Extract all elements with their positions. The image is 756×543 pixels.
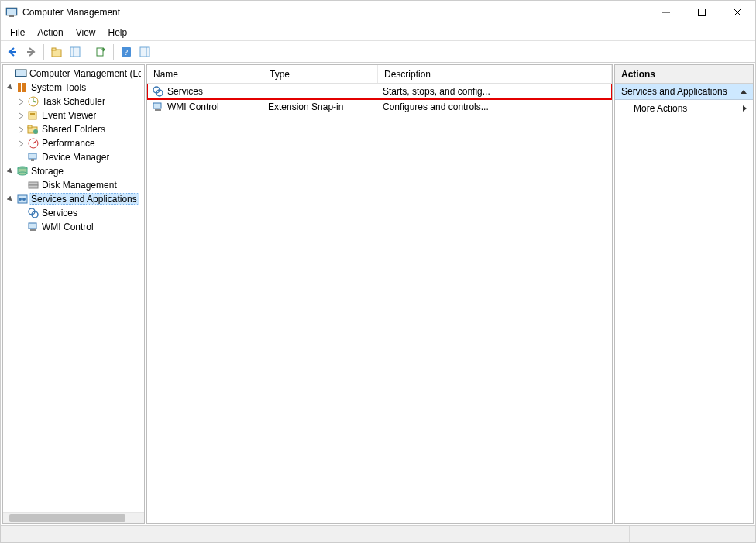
expander-expand-icon[interactable]: [15, 96, 26, 107]
menu-file[interactable]: File: [4, 26, 31, 40]
expander-icon[interactable]: [3, 68, 14, 79]
list-pane: Name Type Description Services Starts, s…: [146, 64, 613, 524]
maximize-button[interactable]: [684, 1, 720, 24]
performance-icon: [27, 137, 40, 149]
tree-label: Task Scheduler: [42, 96, 105, 107]
tree-node-task-scheduler[interactable]: Task Scheduler: [3, 95, 144, 108]
expander-collapse-icon[interactable]: [5, 82, 15, 93]
tree-label: Device Manager: [42, 152, 109, 163]
wmi-control-icon: [152, 101, 164, 113]
actions-group-header[interactable]: Services and Applications: [615, 84, 753, 100]
svg-rect-19: [22, 83, 26, 92]
window-title: Computer Management: [22, 7, 120, 18]
svg-rect-39: [29, 223, 36, 229]
column-header-name[interactable]: Name: [147, 65, 263, 83]
expander-blank: [15, 222, 26, 232]
svg-rect-33: [29, 185, 38, 188]
list-cell-type: Extension Snap-in: [263, 101, 378, 112]
expander-expand-icon[interactable]: [15, 138, 26, 149]
show-hide-tree-button[interactable]: [67, 43, 84, 60]
list-row-services[interactable]: Services Starts, stops, and config...: [147, 84, 612, 99]
export-list-button[interactable]: [92, 43, 109, 60]
main-area: Computer Management (Local) System Tools…: [1, 63, 755, 525]
list-cell-description: Starts, stops, and config...: [378, 86, 612, 97]
services-icon: [27, 207, 40, 219]
help-button[interactable]: ?: [118, 43, 135, 60]
menubar: File Action View Help: [1, 24, 755, 41]
show-hide-action-pane-button[interactable]: [136, 43, 153, 60]
tree-node-services-applications[interactable]: Services and Applications: [3, 192, 144, 206]
svg-rect-28: [31, 159, 34, 161]
app-icon: [5, 6, 18, 19]
minimize-button[interactable]: [648, 1, 684, 24]
statusbar: [1, 525, 755, 542]
svg-rect-2: [9, 15, 14, 17]
tree-node-system-tools[interactable]: System Tools: [3, 81, 144, 95]
expander-expand-icon[interactable]: [15, 124, 26, 135]
close-button[interactable]: [720, 1, 755, 24]
chevron-right-icon: [743, 105, 747, 112]
disk-management-icon: [27, 179, 40, 191]
tree-label: Services and Applications: [29, 193, 139, 205]
chevron-up-icon: [741, 90, 747, 94]
expander-collapse-icon[interactable]: [5, 194, 15, 204]
toolbar-separator: [88, 44, 88, 60]
actions-group-label: Services and Applications: [621, 86, 727, 97]
tree-label: Storage: [31, 166, 64, 177]
svg-text:?: ?: [125, 48, 129, 57]
menu-view[interactable]: View: [70, 26, 102, 40]
tree-label: WMI Control: [42, 222, 94, 232]
wmi-control-icon: [27, 221, 40, 233]
tree-label: Performance: [42, 138, 95, 149]
svg-rect-17: [16, 70, 26, 76]
menu-action[interactable]: Action: [31, 26, 69, 40]
status-segment: [630, 526, 755, 542]
tree-node-event-viewer[interactable]: Event Viewer: [3, 108, 144, 122]
expander-expand-icon[interactable]: [15, 110, 26, 121]
tree-label: Disk Management: [42, 180, 117, 191]
expander-collapse-icon[interactable]: [5, 166, 15, 177]
tree-node-device-manager[interactable]: Device Manager: [3, 150, 144, 164]
tree-node-performance[interactable]: Performance: [3, 136, 144, 150]
tree-node-shared-folders[interactable]: Shared Folders: [3, 122, 144, 136]
svg-rect-1: [7, 9, 16, 15]
svg-rect-21: [29, 112, 36, 119]
tree-node-wmi-control[interactable]: WMI Control: [3, 220, 144, 234]
list-row-wmi-control[interactable]: WMI Control Extension Snap-in Configures…: [147, 99, 612, 115]
tree-node-root[interactable]: Computer Management (Local): [3, 67, 144, 81]
expander-blank: [15, 180, 26, 191]
svg-point-25: [33, 129, 38, 134]
tree-label: Shared Folders: [42, 124, 105, 135]
tree-node-disk-management[interactable]: Disk Management: [3, 178, 144, 192]
tree-node-services[interactable]: Services: [3, 206, 144, 220]
system-tools-icon: [16, 81, 29, 94]
tree-label: Computer Management (Local): [29, 68, 141, 79]
svg-rect-32: [29, 182, 38, 185]
list-cell-name: Services: [167, 86, 203, 97]
list-body[interactable]: Services Starts, stops, and config... WM…: [147, 84, 612, 523]
console-tree[interactable]: Computer Management (Local) System Tools…: [3, 65, 144, 512]
storage-icon: [16, 165, 29, 177]
computer-management-window: Computer Management File Action View Hel…: [0, 0, 756, 543]
up-button[interactable]: [48, 43, 65, 60]
svg-rect-4: [699, 9, 706, 16]
shared-folders-icon: [27, 123, 40, 136]
actions-item-label: More Actions: [634, 103, 687, 114]
tree-node-storage[interactable]: Storage: [3, 164, 144, 178]
svg-rect-40: [30, 229, 36, 231]
forward-button[interactable]: [22, 43, 40, 60]
svg-rect-27: [29, 153, 36, 159]
services-apps-icon: [16, 193, 29, 205]
horizontal-scrollbar[interactable]: [3, 512, 144, 523]
svg-rect-8: [52, 48, 56, 50]
list-cell-name: WMI Control: [167, 101, 219, 112]
back-button[interactable]: [4, 43, 21, 60]
column-header-type[interactable]: Type: [263, 65, 378, 83]
actions-more-actions[interactable]: More Actions: [615, 100, 753, 117]
menu-help[interactable]: Help: [102, 26, 134, 40]
column-header-description[interactable]: Description: [378, 65, 612, 83]
tree-label: System Tools: [31, 82, 86, 93]
svg-rect-18: [18, 83, 21, 92]
svg-rect-22: [30, 113, 35, 115]
expander-blank: [15, 208, 26, 218]
